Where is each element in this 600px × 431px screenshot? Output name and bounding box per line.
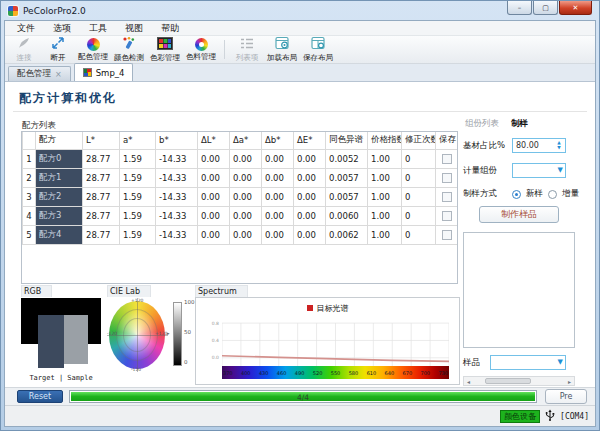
color-manage-button[interactable]: 色彩管理 <box>147 36 183 63</box>
menu-options[interactable]: 选项 <box>44 21 80 36</box>
col-header[interactable]: 配方 <box>36 132 83 149</box>
tool-label: 列表项 <box>236 53 259 63</box>
save-checkbox[interactable] <box>442 230 452 240</box>
row-index: 3 <box>23 187 36 206</box>
save-cell <box>436 187 458 206</box>
cell: 0.00 <box>230 206 262 225</box>
connect-icon <box>17 36 31 52</box>
formula-name-cell: 配方3 <box>36 206 83 225</box>
tool-label: 色料管理 <box>186 52 216 62</box>
base-ratio-stepper[interactable]: 80.00 ▲ ▼ <box>512 138 566 153</box>
save-layout-icon <box>311 36 326 52</box>
color-detect-button[interactable]: 颜色检测 <box>111 36 147 63</box>
formula-row[interactable]: 4 配方3 28.77 1.59 -14.33 0.00 0.00 0.00 0… <box>23 206 458 225</box>
tab-smp4[interactable]: Smp_4 <box>74 63 134 81</box>
l-scale-100: 100 <box>184 299 195 305</box>
load-layout-button[interactable]: 加载布局 <box>264 36 300 63</box>
radio-increment[interactable] <box>548 190 557 199</box>
save-cell <box>436 149 458 168</box>
scrollbar-thumb[interactable] <box>485 378 531 384</box>
disconnect-button[interactable]: 断开 <box>41 36 75 63</box>
tab-make-sample[interactable]: 制样 <box>511 118 528 130</box>
cell: 1.59 <box>120 149 156 168</box>
make-sample-button[interactable]: 制作样品 <box>479 206 559 223</box>
axis-label-right: +120 <box>155 331 167 336</box>
col-header[interactable]: ΔL* <box>198 132 230 149</box>
radio-increment-label[interactable]: 增量 <box>562 188 579 200</box>
maximize-button[interactable]: ▢ <box>533 1 558 15</box>
stepper-buttons: ▲ ▼ <box>554 140 564 151</box>
sample-making-panel: 组份列表 制样 基材占比% 80.00 ▲ ▼ 计量组份 <box>463 118 579 387</box>
x-tick: 730 <box>438 370 448 376</box>
col-header[interactable]: Δa* <box>230 132 262 149</box>
menu-tools[interactable]: 工具 <box>80 21 116 36</box>
color-grid-icon <box>157 37 173 52</box>
tab-color-match[interactable]: 配色管理 × <box>8 66 71 81</box>
cell: 28.77 <box>83 187 120 206</box>
cielab-wheel-area: +120 -120 -120 +120 ▸ 100 50 0 <box>107 298 193 382</box>
cell: 0.00 <box>198 206 230 225</box>
minimize-button[interactable]: – <box>507 1 532 15</box>
cell: 0.00 <box>198 168 230 187</box>
spinner-down-icon[interactable]: ▼ <box>557 146 560 151</box>
formula-row[interactable]: 3 配方2 28.77 1.59 -14.33 0.00 0.00 0.00 0… <box>23 187 458 206</box>
pre-button[interactable]: Pre <box>545 389 587 404</box>
save-checkbox[interactable] <box>442 192 452 202</box>
sample-label: 样品 <box>463 357 485 369</box>
cell: -14.33 <box>156 225 198 244</box>
menu-file[interactable]: 文件 <box>8 21 44 36</box>
cell: 1.59 <box>120 187 156 206</box>
formula-row[interactable]: 5 配方4 28.77 1.59 -14.33 0.00 0.00 0.00 0… <box>23 225 458 244</box>
col-header[interactable]: L* <box>83 132 120 149</box>
menu-bar: 文件 选项 工具 视图 帮助 <box>5 21 595 36</box>
y-tick: 0.4 <box>206 338 219 343</box>
tab-label: Smp_4 <box>96 68 125 78</box>
col-header[interactable]: b* <box>156 132 198 149</box>
col-header[interactable]: ΔE* <box>294 132 326 149</box>
sample-select[interactable]: ▼ <box>490 355 566 370</box>
radio-new-sample[interactable] <box>512 190 521 199</box>
col-header[interactable]: 修正次数 <box>402 132 436 149</box>
menu-view[interactable]: 视图 <box>116 21 152 36</box>
close-button[interactable]: ✕ <box>559 1 592 15</box>
tab-close-icon[interactable]: × <box>55 70 62 79</box>
col-header[interactable]: 价格指数 <box>368 132 402 149</box>
reset-button[interactable]: Reset <box>17 390 63 403</box>
save-checkbox[interactable] <box>442 154 452 164</box>
save-checkbox[interactable] <box>442 211 452 221</box>
component-select[interactable]: ▼ <box>512 163 566 178</box>
chevron-down-icon: ▼ <box>558 359 563 366</box>
col-header[interactable]: 同色异谱 <box>326 132 368 149</box>
radio-new-label[interactable]: 新样 <box>526 188 543 200</box>
save-checkbox[interactable] <box>442 173 452 183</box>
grid-lines <box>222 319 449 366</box>
tab-label: 配色管理 <box>17 68 51 80</box>
cell: 0.0062 <box>326 225 368 244</box>
cell: 1.00 <box>368 206 402 225</box>
col-header[interactable]: 保存 <box>436 132 458 149</box>
rgb-preview: Target | Sample <box>21 298 101 371</box>
cell: 0.00 <box>294 149 326 168</box>
color-wheel-icon <box>87 38 100 51</box>
save-layout-button[interactable]: 保存布局 <box>300 36 336 63</box>
cell: 0.00 <box>198 149 230 168</box>
tool-label: 颜色检测 <box>114 53 144 63</box>
formula-row[interactable]: 2 配方1 28.77 1.59 -14.33 0.00 0.00 0.00 0… <box>23 168 458 187</box>
formula-row[interactable]: 1 配方0 28.77 1.59 -14.33 0.00 0.00 0.00 0… <box>23 149 458 168</box>
tab-component-list[interactable]: 组份列表 <box>465 118 499 130</box>
scroll-left-icon[interactable]: ◂ <box>464 378 473 385</box>
x-tick: 670 <box>403 370 413 376</box>
scroll-right-icon[interactable]: ▸ <box>565 378 574 385</box>
colorant-manage-button[interactable]: 色料管理 <box>183 36 219 63</box>
component-label: 计量组份 <box>463 165 507 177</box>
component-listbox[interactable] <box>463 232 575 348</box>
rgb-caption: Target | Sample <box>21 374 101 382</box>
horizontal-scrollbar[interactable]: ◂ ▸ <box>463 376 575 386</box>
col-header[interactable]: a* <box>120 132 156 149</box>
x-tick: 520 <box>313 370 323 376</box>
cell: 28.77 <box>83 168 120 187</box>
color-match-manage-button[interactable]: 配色管理 <box>75 36 111 63</box>
menu-help[interactable]: 帮助 <box>152 21 188 36</box>
col-header[interactable]: Δb* <box>262 132 294 149</box>
cell: 0.0057 <box>326 187 368 206</box>
